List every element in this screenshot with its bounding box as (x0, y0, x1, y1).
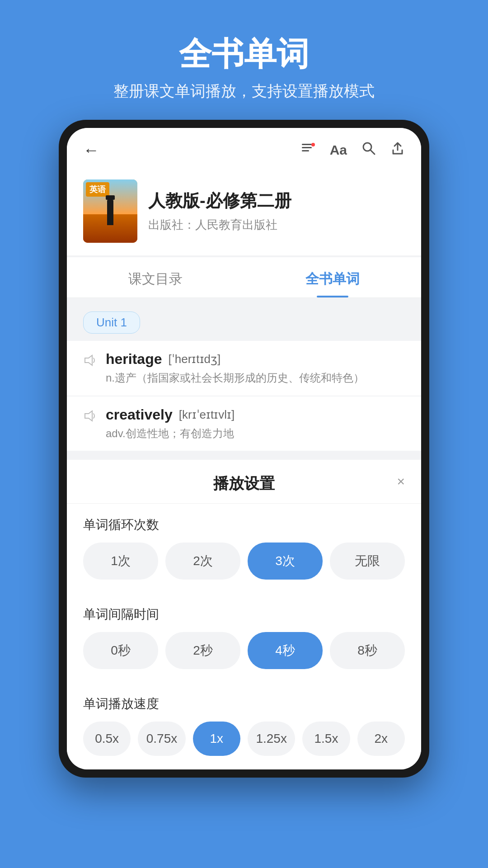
menu-icon[interactable] (301, 141, 315, 159)
settings-panel: 播放设置 × 单词循环次数 1次 2次 3次 无限 单词间隔时间 0秒 2秒 (67, 460, 421, 769)
interval-option-1[interactable]: 2秒 (165, 632, 240, 669)
phone-screen: ← Aa (67, 128, 421, 769)
word-content-1: heritage [ˈherɪtɪdʒ] n.遗产（指国家或社会长期形成的历史、… (106, 351, 364, 386)
unit-badge: Unit 1 (83, 311, 140, 334)
phone-mockup: ← Aa (59, 120, 429, 778)
settings-header: 播放设置 × (67, 460, 421, 504)
topbar-icons: Aa (301, 141, 405, 159)
font-size-icon[interactable]: Aa (330, 142, 347, 158)
repeat-option-1[interactable]: 2次 (165, 542, 240, 580)
speed-options: 0.5x 0.75x 1x 1.25x 1.5x 2x (83, 722, 405, 756)
settings-section-interval: 单词间隔时间 0秒 2秒 4秒 8秒 (67, 593, 421, 683)
interval-options: 0秒 2秒 4秒 8秒 (83, 632, 405, 669)
repeat-options: 1次 2次 3次 无限 (83, 542, 405, 580)
search-icon[interactable] (361, 141, 376, 159)
page-header: 全书单词 整册课文单词播放，支持设置播放模式 (113, 0, 375, 102)
speed-option-5[interactable]: 2x (357, 722, 405, 756)
word-english-2: creatively [krɪˈeɪtɪvlɪ] (106, 406, 235, 423)
repeat-label: 单词循环次数 (83, 516, 405, 533)
word-chinese-2: adv.创造性地；有创造力地 (106, 426, 235, 441)
word-list: Unit 1 heritage [ˈherɪtɪdʒ] n.遗产（指国家或社会长… (67, 298, 421, 460)
settings-title: 播放设置 (213, 473, 275, 494)
book-cover: 英语 (83, 179, 137, 243)
svg-marker-7 (85, 411, 92, 421)
svg-line-5 (371, 150, 375, 154)
speed-option-2[interactable]: 1x (193, 722, 240, 756)
tab-contents[interactable]: 课文目录 (67, 257, 244, 297)
back-button[interactable]: ← (83, 141, 99, 160)
svg-point-3 (311, 143, 315, 146)
speaker-icon-1[interactable] (83, 354, 97, 371)
speed-option-3[interactable]: 1.25x (248, 722, 295, 756)
book-title: 人教版-必修第二册 (148, 189, 291, 212)
settings-section-repeat: 单词循环次数 1次 2次 3次 无限 (67, 504, 421, 593)
interval-option-0[interactable]: 0秒 (83, 632, 158, 669)
word-item: heritage [ˈherɪtɪdʒ] n.遗产（指国家或社会长期形成的历史、… (67, 341, 421, 396)
speed-label: 单词播放速度 (83, 695, 405, 712)
book-publisher: 出版社：人民教育出版社 (148, 217, 291, 233)
repeat-option-2[interactable]: 3次 (248, 542, 323, 580)
word-chinese-1: n.遗产（指国家或社会长期形成的历史、传统和特色） (106, 370, 364, 386)
share-icon[interactable] (390, 141, 405, 159)
app-topbar: ← Aa (67, 128, 421, 169)
speed-option-0[interactable]: 0.5x (83, 722, 131, 756)
repeat-option-3[interactable]: 无限 (330, 542, 405, 580)
svg-rect-0 (302, 144, 312, 145)
interval-option-2[interactable]: 4秒 (248, 632, 323, 669)
repeat-option-0[interactable]: 1次 (83, 542, 158, 580)
interval-label: 单词间隔时间 (83, 606, 405, 623)
speed-option-4[interactable]: 1.5x (302, 722, 350, 756)
tabs-container: 课文目录 全书单词 (67, 257, 421, 298)
interval-option-3[interactable]: 8秒 (330, 632, 405, 669)
word-english-1: heritage [ˈherɪtɪdʒ] (106, 351, 364, 368)
word-item-2: creatively [krɪˈeɪtɪvlɪ] adv.创造性地；有创造力地 (67, 396, 421, 451)
word-content-2: creatively [krɪˈeɪtɪvlɪ] adv.创造性地；有创造力地 (106, 406, 235, 441)
svg-rect-2 (302, 150, 309, 151)
book-info: 英语 人教版-必修第二册 出版社：人民教育出版社 (67, 169, 421, 255)
speaker-icon-2[interactable] (83, 409, 97, 426)
settings-section-speed: 单词播放速度 0.5x 0.75x 1x 1.25x 1.5x 2x (67, 683, 421, 769)
page-subtitle: 整册课文单词播放，支持设置播放模式 (113, 81, 375, 102)
svg-rect-1 (302, 147, 312, 148)
tab-words[interactable]: 全书单词 (244, 257, 421, 297)
book-details: 人教版-必修第二册 出版社：人民教育出版社 (148, 189, 291, 233)
svg-marker-6 (85, 355, 92, 365)
close-button[interactable]: × (397, 474, 405, 489)
page-title: 全书单词 (113, 36, 375, 72)
speed-option-1[interactable]: 0.75x (138, 722, 185, 756)
